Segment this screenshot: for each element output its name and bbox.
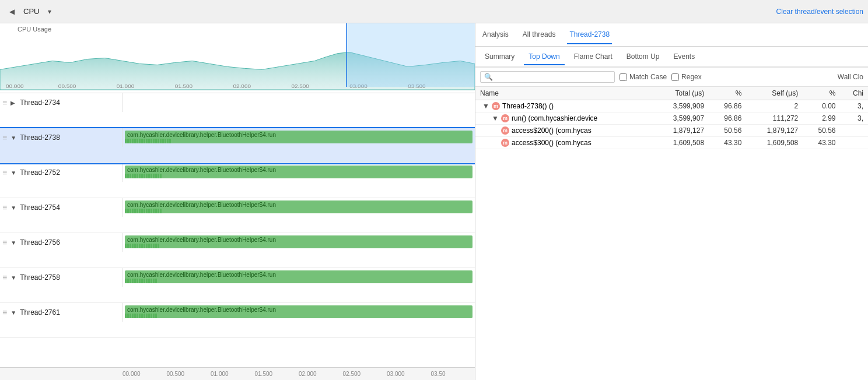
expand-icon[interactable]: ▼	[10, 170, 18, 176]
row-children-1: 3,	[841, 112, 869, 125]
tick	[125, 174, 127, 178]
expand-icon[interactable]: ▼	[10, 135, 18, 141]
tick	[148, 279, 150, 283]
tick	[144, 174, 145, 178]
name-cell-0: ▼ m Thread-2738() ()	[480, 102, 648, 110]
match-case-checkbox[interactable]	[620, 73, 627, 81]
thread-content-2758: com.hycashier.devicelibrary.helper.Bluet…	[123, 268, 475, 287]
expand-icon[interactable]: ▼	[10, 275, 18, 281]
subtab-top-down[interactable]: Top Down	[524, 49, 564, 65]
tick	[125, 209, 127, 213]
thread-bar-ticks	[125, 314, 473, 318]
row-total-0: 3,599,909	[652, 100, 709, 112]
tick	[155, 174, 157, 178]
ruler-mark: 00.500	[167, 368, 211, 380]
expand-button-0[interactable]: ▼	[482, 102, 489, 110]
match-case-option[interactable]: Match Case	[620, 73, 667, 81]
expand-icon[interactable]: ▼	[10, 205, 18, 211]
row-self-0: 2	[746, 100, 803, 112]
tick	[158, 244, 159, 248]
grip-icon: ≡	[2, 273, 7, 282]
tick	[130, 279, 131, 283]
tick	[146, 244, 148, 248]
regex-checkbox[interactable]	[671, 73, 679, 81]
expand-icon[interactable]: ▼	[10, 240, 18, 246]
thread-sidebar-2756[interactable]: ≡ ▼ Thread-2756	[0, 233, 123, 252]
back-button[interactable]: ◀	[5, 5, 19, 19]
subtab-events[interactable]: Events	[668, 49, 699, 65]
dropdown-button[interactable]: ▾	[44, 5, 55, 19]
col-self-pct: %	[803, 87, 840, 100]
row-total-pct-2: 50.56	[709, 125, 746, 137]
tick	[144, 139, 145, 143]
tick	[148, 244, 150, 248]
expand-icon[interactable]: ▶	[10, 100, 18, 106]
thread-bar-2756: com.hycashier.devicelibrary.helper.Bluet…	[125, 235, 473, 249]
row-self-pct-1: 2.99	[803, 112, 840, 125]
subtab-summary[interactable]: Summary	[480, 49, 519, 65]
thread-sidebar-2761[interactable]: ≡ ▼ Thread-2761	[0, 303, 123, 322]
tick	[169, 139, 171, 143]
subtab-flame-chart[interactable]: Flame Chart	[569, 49, 617, 65]
tick	[130, 174, 131, 178]
thread-name-2758: Thread-2758	[20, 273, 60, 282]
tick	[153, 279, 155, 283]
thread-sidebar-2752[interactable]: ≡ ▼ Thread-2752	[0, 163, 123, 182]
tick	[150, 209, 152, 213]
tick	[158, 209, 159, 213]
row-total-3: 1,609,508	[652, 137, 709, 149]
tick	[160, 209, 162, 213]
tick	[158, 139, 159, 143]
row-total-pct-0: 96.86	[709, 100, 746, 112]
thread-name-2734: Thread-2734	[20, 98, 60, 107]
thread-bar-2761: com.hycashier.devicelibrary.helper.Bluet…	[125, 305, 473, 319]
toolbar: ◀ CPU ▾ Clear thread/event selection	[0, 0, 868, 23]
row-name-3: access$300() (com.hycas	[512, 139, 592, 147]
thread-bar-ticks	[125, 139, 473, 143]
subtab-bottom-up[interactable]: Bottom Up	[622, 49, 664, 65]
thread-bar-label: com.hycashier.devicelibrary.helper.Bluet…	[127, 132, 276, 138]
thread-content-2754: com.hycashier.devicelibrary.helper.Bluet…	[123, 198, 475, 217]
regex-option[interactable]: Regex	[671, 73, 702, 81]
tick	[139, 314, 141, 318]
expand-button-1[interactable]: ▼	[492, 114, 499, 122]
row-name-cell: ▼ m Thread-2738() ()	[475, 100, 652, 112]
tick	[125, 279, 127, 283]
tick	[146, 279, 148, 283]
tick	[136, 174, 138, 178]
tick	[130, 244, 131, 248]
tick	[155, 279, 157, 283]
thread-sidebar-2758[interactable]: ≡ ▼ Thread-2758	[0, 268, 123, 287]
thread-content-2738: com.hycashier.devicelibrary.helper.Bluet…	[123, 128, 475, 147]
col-total-pct: %	[709, 87, 746, 100]
clear-selection-link[interactable]: Clear thread/event selection	[776, 8, 863, 16]
thread-sidebar-2754[interactable]: ≡ ▼ Thread-2754	[0, 198, 123, 217]
tab-analysis[interactable]: Analysis	[480, 26, 511, 44]
tick	[148, 139, 150, 143]
expand-icon[interactable]: ▼	[10, 309, 18, 316]
thread-name-2754: Thread-2754	[20, 203, 60, 212]
regex-label: Regex	[681, 73, 702, 81]
thread-sidebar-2734[interactable]: ≡ ▶ Thread-2734	[0, 93, 123, 112]
row-children-3	[841, 137, 869, 149]
tick	[136, 209, 138, 213]
tab-all-threads[interactable]: All threads	[520, 26, 558, 44]
tick	[139, 139, 141, 143]
search-input[interactable]	[495, 73, 611, 81]
table-row: ▼ m run() (com.hycashier.device 3,599,90…	[475, 112, 868, 125]
tick	[150, 174, 152, 178]
thread-bar-2752: com.hycashier.devicelibrary.helper.Bluet…	[125, 166, 473, 180]
thread-bar-ticks	[125, 279, 473, 283]
row-self-1: 111,272	[746, 112, 803, 125]
tick	[132, 139, 134, 143]
method-icon-1: m	[501, 114, 509, 122]
thread-content-2752: com.hycashier.devicelibrary.helper.Bluet…	[123, 163, 475, 182]
tab-thread-2738[interactable]: Thread-2738	[567, 26, 612, 44]
tick	[134, 209, 136, 213]
tick	[144, 279, 145, 283]
thread-content-2734	[123, 93, 475, 98]
tick	[153, 174, 155, 178]
search-box: 🔍	[480, 71, 615, 83]
tick	[132, 314, 134, 318]
thread-sidebar-2738[interactable]: ≡ ▼ Thread-2738	[0, 128, 123, 147]
